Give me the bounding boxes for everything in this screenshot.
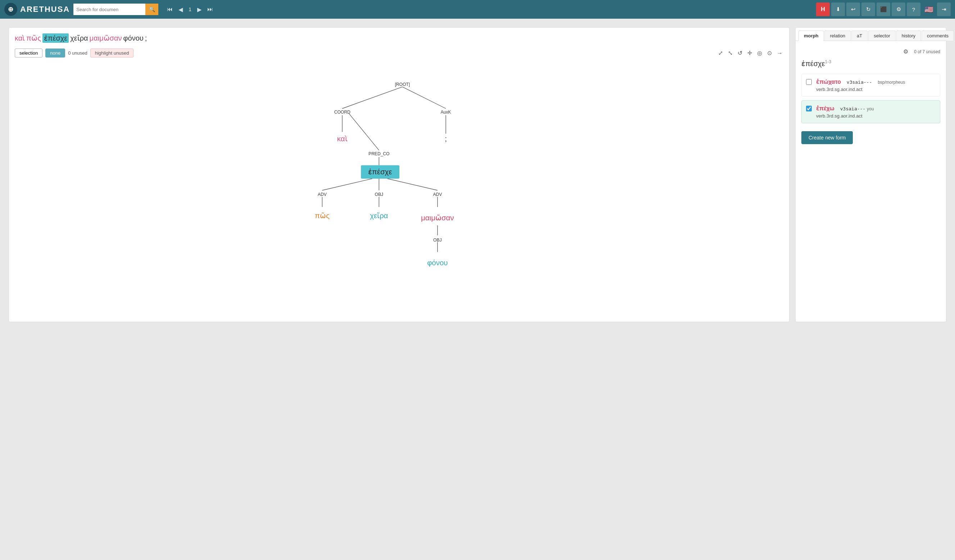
left-panel: καὶ πῶς ἐπέσχε χεῖρα μαιμῶσαν φόνου ; se… xyxy=(9,27,789,322)
page-number: 1 xyxy=(186,6,194,12)
svg-text:AuxK: AuxK xyxy=(441,110,451,115)
word-heading-text: ἐπέσχε xyxy=(802,60,825,67)
morph-desc-1: verb.3rd.sg.aor.ind.act xyxy=(816,87,936,92)
morph-details-1: ἐπώχατο v3saia--- bsp/morpheus verb.3rd.… xyxy=(816,78,936,92)
svg-text:ἐπέσχε: ἐπέσχε xyxy=(368,168,392,176)
search-button[interactable]: 🔍 xyxy=(146,3,158,15)
tree-container: [ROOT] COORD AuxK καὶ ; PRED_CO ἐπέσχε A… xyxy=(15,62,783,295)
tab-selector[interactable]: selector xyxy=(868,31,896,41)
morph-checkbox-1[interactable] xyxy=(806,79,812,85)
tabs: morph relation aT selector history comme… xyxy=(795,28,946,41)
nav-controls: ⏮ ◀ 1 ▶ ⏭ xyxy=(165,5,215,14)
svg-text:καὶ: καὶ xyxy=(337,135,348,143)
morph-code-2: v3saia--- xyxy=(840,106,866,111)
help-button[interactable]: ? xyxy=(907,3,921,16)
exit-button[interactable]: ⇥ xyxy=(937,3,951,16)
move-icon[interactable]: ✛ xyxy=(747,49,753,57)
word-phonou[interactable]: φόνου xyxy=(124,34,144,42)
selection-button[interactable]: selection xyxy=(15,48,42,58)
svg-text:OBJ: OBJ xyxy=(433,237,441,243)
logo-text: ARETHUSA xyxy=(20,5,70,14)
svg-text:ADV: ADV xyxy=(318,192,327,197)
nav-prev-button[interactable]: ◀ xyxy=(176,5,185,14)
svg-line-8 xyxy=(388,179,438,190)
zoom-out-icon[interactable]: ⤢ xyxy=(717,49,723,57)
highlight-unused-button[interactable]: highlight unused xyxy=(90,48,134,58)
svg-text:;: ; xyxy=(445,135,447,143)
tab-at[interactable]: aT xyxy=(852,31,867,41)
morph-source-1: bsp/morpheus xyxy=(878,80,905,85)
svg-line-6 xyxy=(322,179,372,190)
right-content: ⚙ 0 of 7 unused ἐπέσχε1-3 ἐπώχατο v3saia… xyxy=(795,41,946,150)
header-right: H ⬇ ↩ ↻ ⬛ ⚙ ? 🇺🇸 ⇥ xyxy=(816,3,951,16)
refresh-icon[interactable]: ↺ xyxy=(737,49,743,57)
download-button[interactable]: ⬇ xyxy=(831,3,845,16)
tree-svg: [ROOT] COORD AuxK καὶ ; PRED_CO ἐπέσχε A… xyxy=(15,62,783,295)
morph-option-2: ἐπέχω v3saia--- you verb.3rd.sg.aor.ind.… xyxy=(802,100,940,123)
sentence-header: καὶ πῶς ἐπέσχε χεῖρα μαιμῶσαν φόνου ; xyxy=(15,33,783,43)
morph-row-2: ἐπέχω v3saia--- you xyxy=(816,105,936,112)
svg-text:πῶς: πῶς xyxy=(315,212,330,220)
tab-morph[interactable]: morph xyxy=(798,31,823,41)
word-epesxe[interactable]: ἐπέσχε xyxy=(42,33,69,43)
target-icon[interactable]: ◎ xyxy=(756,49,763,57)
word-xeira[interactable]: χεῖρα xyxy=(70,34,88,42)
svg-text:PRED_CO: PRED_CO xyxy=(368,151,389,156)
layout-button[interactable]: ⬛ xyxy=(877,3,890,16)
logo-icon: ⊕ xyxy=(4,3,17,16)
you-badge: you xyxy=(867,106,874,111)
right-panel: morph relation aT selector history comme… xyxy=(795,27,946,322)
morph-lemma-1[interactable]: ἐπώχατο xyxy=(816,79,841,85)
search-input[interactable] xyxy=(74,3,146,15)
main-content: καὶ πῶς ἐπέσχε χεῖρα μαιμῶσαν φόνου ; se… xyxy=(0,19,955,331)
tree-icons: ⤢ ⤡ ↺ ✛ ◎ ⊙ → xyxy=(717,49,783,57)
unused-count: 0 unused xyxy=(68,50,88,56)
morph-details-2: ἐπέχω v3saia--- you verb.3rd.sg.aor.ind.… xyxy=(816,105,936,119)
arrow-icon[interactable]: → xyxy=(776,49,783,57)
search-area: 🔍 xyxy=(74,3,158,15)
word-punct: ; xyxy=(145,34,147,42)
tab-relation[interactable]: relation xyxy=(824,31,851,41)
svg-line-0 xyxy=(342,87,402,109)
svg-text:φόνου: φόνου xyxy=(427,259,448,267)
word-superscript: 1-3 xyxy=(825,59,831,64)
morph-settings-button[interactable]: ⚙ xyxy=(900,47,911,56)
svg-text:OBJ: OBJ xyxy=(375,192,383,197)
flag-button[interactable]: 🇺🇸 xyxy=(922,3,936,16)
svg-text:ADV: ADV xyxy=(433,192,442,197)
settings-button[interactable]: ⚙ xyxy=(892,3,905,16)
none-button[interactable]: none xyxy=(45,48,65,58)
morph-checkbox-2[interactable] xyxy=(806,106,812,111)
svg-text:[ROOT]: [ROOT] xyxy=(395,82,410,87)
svg-text:χεῖρα: χεῖρα xyxy=(370,212,388,220)
right-toolbar: ⚙ 0 of 7 unused xyxy=(802,47,940,56)
undo-button[interactable]: ↩ xyxy=(846,3,860,16)
redo-button[interactable]: ↻ xyxy=(861,3,875,16)
header: ⊕ ARETHUSA 🔍 ⏮ ◀ 1 ▶ ⏭ H ⬇ ↩ ↻ ⬛ ⚙ ? 🇺🇸 … xyxy=(0,0,955,19)
svg-line-1 xyxy=(402,87,446,109)
morph-desc-2: verb.3rd.sg.aor.ind.act xyxy=(816,113,936,119)
nav-next-button[interactable]: ▶ xyxy=(195,5,204,14)
word-kai[interactable]: καὶ xyxy=(15,34,25,42)
svg-text:COORD: COORD xyxy=(334,110,351,115)
morph-option-1: ἐπώχατο v3saia--- bsp/morpheus verb.3rd.… xyxy=(802,74,940,97)
word-maimosan[interactable]: μαιμῶσαν xyxy=(89,34,122,42)
morph-row-1: ἐπώχατο v3saia--- bsp/morpheus xyxy=(816,78,936,85)
tab-comments[interactable]: comments xyxy=(922,31,954,41)
morph-lemma-2[interactable]: ἐπέχω xyxy=(816,105,834,111)
morph-code-1: v3saia--- xyxy=(847,80,872,85)
unused-info-label: 0 of 7 unused xyxy=(914,49,940,54)
svg-text:μαιμῶσαν: μαιμῶσαν xyxy=(421,214,454,222)
h-button[interactable]: H xyxy=(816,3,830,16)
tree-toolbar: selection none 0 unused highlight unused… xyxy=(15,48,783,58)
word-heading: ἐπέσχε1-3 xyxy=(802,59,940,68)
word-pos[interactable]: πῶς xyxy=(26,34,41,42)
svg-line-4 xyxy=(349,114,379,150)
nav-first-button[interactable]: ⏮ xyxy=(165,5,175,14)
logo-area: ⊕ ARETHUSA xyxy=(4,3,70,16)
zoom-in-icon[interactable]: ⤡ xyxy=(727,49,733,57)
create-form-button[interactable]: Create new form xyxy=(802,131,853,144)
nav-last-button[interactable]: ⏭ xyxy=(205,5,215,14)
circle-icon[interactable]: ⊙ xyxy=(766,49,773,57)
tab-history[interactable]: history xyxy=(896,31,921,41)
